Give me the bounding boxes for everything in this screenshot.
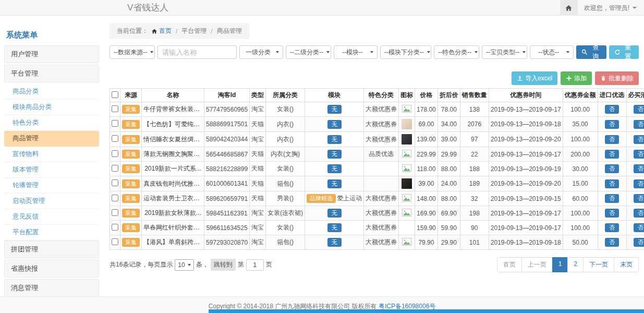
row-checkbox[interactable] bbox=[112, 224, 118, 231]
sidebar-item-平台管理[interactable]: 平台管理 bbox=[4, 65, 99, 82]
row-checkbox[interactable] bbox=[112, 209, 118, 216]
cell-source: 采集 bbox=[120, 235, 142, 250]
cell-name: 真皮钱包时尚优雅女士... bbox=[142, 176, 204, 191]
filter-name-input[interactable] bbox=[157, 45, 237, 59]
pager-首页[interactable]: 首页 bbox=[497, 257, 522, 272]
search-button[interactable]: 查询 bbox=[576, 45, 606, 59]
row-checkbox[interactable] bbox=[112, 165, 118, 172]
filter-select-module-subcategory[interactable]: --模块下分类-- bbox=[380, 45, 431, 59]
row-checkbox[interactable] bbox=[112, 105, 118, 112]
bottom-strip bbox=[209, 309, 644, 313]
cell-source: 采集 bbox=[120, 176, 142, 191]
row-checkbox[interactable] bbox=[112, 150, 118, 157]
import-select-badge[interactable]: 否 bbox=[605, 179, 619, 188]
cell-taoke-id: 588216228899 bbox=[204, 162, 250, 176]
row-checkbox[interactable] bbox=[112, 195, 118, 201]
sidebar-item-用户管理[interactable]: 用户管理 bbox=[4, 45, 99, 63]
import-select-badge[interactable]: 否 bbox=[605, 238, 619, 247]
breadcrumb-home-link[interactable]: 首页 bbox=[151, 27, 172, 35]
sidebar-item-轮播管理[interactable]: 轮播管理 bbox=[4, 178, 99, 194]
column-header-来源: 来源 bbox=[120, 89, 142, 102]
table-row: 采集【七色纺】可爱纯棉家...588869917501天猫内衣()无大额优惠券6… bbox=[110, 117, 644, 132]
source-badge: 采集 bbox=[122, 150, 140, 159]
import-select-badge[interactable]: 否 bbox=[605, 150, 619, 159]
row-checkbox[interactable] bbox=[112, 120, 118, 127]
filter-select-item-type[interactable]: --宝贝类型-- bbox=[482, 45, 527, 59]
page-size-select[interactable]: 10 bbox=[175, 259, 193, 271]
welcome-text: 欢迎您，管理员! bbox=[584, 4, 629, 13]
must-buy-badge[interactable]: 否 bbox=[634, 135, 644, 144]
sidebar-item-特色分类[interactable]: 特色分类 bbox=[4, 115, 99, 131]
cell-sales: 101 bbox=[460, 235, 489, 250]
must-buy-badge[interactable]: 否 bbox=[634, 194, 644, 203]
jump-page-input[interactable] bbox=[246, 259, 264, 271]
pager-2[interactable]: 2 bbox=[567, 257, 584, 272]
import-select-badge[interactable]: 否 bbox=[605, 209, 619, 218]
select-all-checkbox[interactable] bbox=[112, 91, 118, 98]
filter-select-level2-category[interactable]: --二级分类-- bbox=[286, 45, 331, 59]
add-button[interactable]: 添加 bbox=[561, 71, 592, 85]
cell-coupon-time: 2019-09-13—2019-09-17 bbox=[489, 221, 563, 235]
cell-import-select: 否 bbox=[598, 191, 626, 206]
pager-上一页[interactable]: 上一页 bbox=[521, 257, 553, 272]
sidebar-item-商品分类[interactable]: 商品分类 bbox=[4, 84, 99, 100]
must-buy-badge[interactable]: 否 bbox=[634, 238, 644, 247]
filter-select-value: --模块下分类-- bbox=[384, 48, 424, 57]
import-select-badge[interactable]: 否 bbox=[605, 164, 619, 173]
icp-link[interactable]: 粤ICP备16098006号 bbox=[379, 303, 435, 310]
sidebar-item-拼团管理[interactable]: 拼团管理 bbox=[4, 240, 99, 258]
pager-下一页[interactable]: 下一页 bbox=[583, 257, 614, 272]
sidebar-item-版本管理[interactable]: 版本管理 bbox=[4, 162, 99, 178]
cell-discount-price: 34.00 bbox=[438, 117, 460, 132]
filter-select-module[interactable]: --模块-- bbox=[334, 45, 378, 59]
row-checkbox[interactable] bbox=[112, 238, 118, 245]
must-buy-badge[interactable]: 否 bbox=[634, 179, 644, 188]
sidebar-item-启动页管理[interactable]: 启动页管理 bbox=[4, 194, 99, 209]
user-menu[interactable]: 欢迎您，管理员! bbox=[578, 4, 644, 13]
batch-delete-button[interactable]: 批量删除 bbox=[595, 71, 639, 85]
sidebar-item-平台配置[interactable]: 平台配置 bbox=[4, 225, 99, 240]
cell-sales: 32 bbox=[460, 191, 489, 206]
sidebar-item-商品管理[interactable]: 商品管理 bbox=[4, 131, 99, 147]
import-select-badge[interactable]: 否 bbox=[605, 223, 619, 232]
must-buy-badge[interactable]: 否 bbox=[634, 120, 644, 129]
column-header-图标: 图标 bbox=[399, 89, 415, 102]
pager-1[interactable]: 1 bbox=[552, 257, 568, 272]
row-checkbox[interactable] bbox=[112, 135, 118, 142]
must-buy-badge[interactable]: 否 bbox=[634, 223, 644, 232]
cell-type: 天猫 bbox=[250, 176, 266, 191]
cell-sales: 97 bbox=[460, 132, 489, 147]
sidebar-item-意见反馈[interactable]: 意见反馈 bbox=[4, 209, 99, 225]
column-header-必买清单: 必买清单 bbox=[626, 89, 644, 102]
sidebar-item-宣传物料[interactable]: 宣传物料 bbox=[4, 147, 99, 162]
chevron-down-icon bbox=[188, 264, 191, 266]
module-brand-badge: 品牌精选 bbox=[307, 194, 336, 203]
page-size-value: 10 bbox=[178, 261, 185, 269]
pager-末页[interactable]: 末页 bbox=[614, 257, 639, 272]
sidebar-item-消息管理[interactable]: 消息管理 bbox=[4, 279, 99, 297]
filter-select-data-source[interactable]: --数据来源-- bbox=[110, 45, 155, 59]
home-button[interactable] bbox=[560, 0, 578, 16]
import-select-badge[interactable]: 否 bbox=[605, 135, 619, 144]
cell-discount-price: 78.00 bbox=[438, 102, 460, 117]
row-checkbox[interactable] bbox=[112, 179, 118, 186]
import-select-badge[interactable]: 否 bbox=[605, 105, 619, 114]
filter-select-level1-category[interactable]: 一级分类 bbox=[239, 45, 283, 59]
import-select-badge[interactable]: 否 bbox=[605, 194, 619, 203]
import-excel-button[interactable]: 导入excel bbox=[512, 71, 557, 85]
must-buy-badge[interactable]: 否 bbox=[634, 150, 644, 159]
cell-type: 天猫 bbox=[250, 191, 266, 206]
filter-select-feature-category[interactable]: --特色分类-- bbox=[434, 45, 479, 59]
sidebar-item-模块商品分类[interactable]: 模块商品分类 bbox=[4, 100, 99, 115]
sidebar-item-省惠快报[interactable]: 省惠快报 bbox=[4, 260, 99, 278]
must-buy-badge[interactable]: 否 bbox=[634, 209, 644, 218]
import-select-badge[interactable]: 否 bbox=[605, 120, 619, 129]
chevron-down-icon bbox=[427, 51, 430, 53]
filter-select-status[interactable]: --状态-- bbox=[530, 45, 574, 59]
chevron-down-icon bbox=[566, 51, 569, 53]
jump-button[interactable]: 跳转到 bbox=[211, 259, 236, 271]
must-buy-badge[interactable]: 否 bbox=[634, 164, 644, 173]
cell-feature: 大额优惠券 bbox=[364, 221, 399, 235]
reset-button[interactable]: 重置 bbox=[609, 45, 639, 59]
must-buy-badge[interactable]: 否 bbox=[634, 105, 644, 114]
